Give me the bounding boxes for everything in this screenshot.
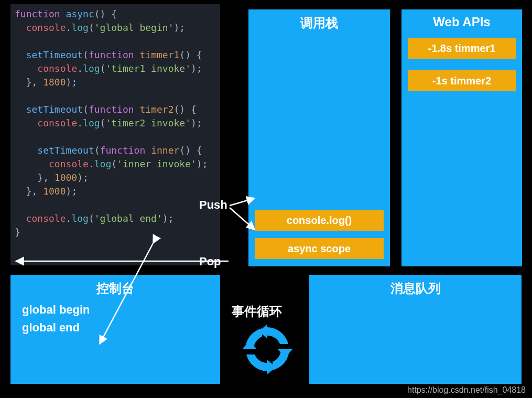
call-stack-panel: 调用栈 console.log() async scope: [248, 9, 390, 266]
code-editor: function async() { console.log('global b…: [10, 4, 220, 265]
web-apis-panel: Web APIs -1.8s timmer1 -1s timmer2: [401, 9, 522, 266]
call-stack-title: 调用栈: [248, 9, 390, 36]
stack-frame: console.log(): [255, 210, 384, 231]
watermark: https://blog.csdn.net/fish_04818: [407, 385, 526, 395]
push-label: Push: [199, 198, 227, 212]
console-output-line: global begin: [10, 301, 220, 319]
web-apis-title: Web APIs: [401, 9, 522, 34]
console-panel: 控制台 global begin global end: [10, 275, 220, 384]
event-loop-label: 事件循环: [232, 303, 282, 320]
message-queue-panel: 消息队列: [309, 275, 522, 384]
event-loop-icon: [241, 323, 294, 375]
timer-entry: -1s timmer2: [408, 70, 516, 91]
message-queue-title: 消息队列: [309, 275, 522, 301]
timer-entry: -1.8s timmer1: [408, 38, 516, 59]
pop-label: Pop: [199, 255, 221, 268]
stack-frame: async scope: [255, 238, 384, 259]
console-output-line: global end: [10, 319, 220, 337]
console-title: 控制台: [10, 275, 220, 301]
